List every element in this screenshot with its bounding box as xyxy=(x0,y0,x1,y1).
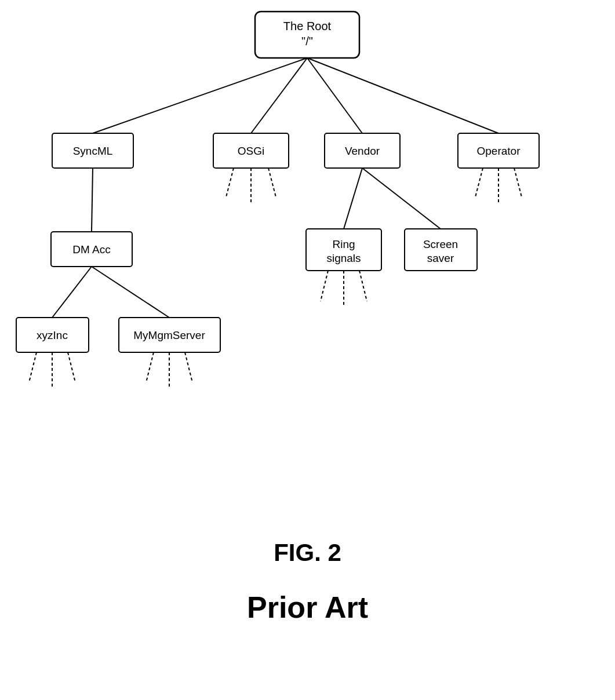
svg-line-30 xyxy=(344,168,362,229)
svg-line-46 xyxy=(359,271,367,301)
svg-line-27 xyxy=(92,168,93,232)
svg-line-24 xyxy=(251,58,307,133)
svg-text:saver: saver xyxy=(427,252,454,264)
svg-line-37 xyxy=(514,168,522,197)
svg-text:The Root: The Root xyxy=(283,20,332,32)
fig-caption: FIG. 2 xyxy=(0,539,615,567)
svg-text:xyzInc: xyzInc xyxy=(37,329,68,341)
svg-text:Operator: Operator xyxy=(477,145,521,157)
svg-text:OSGi: OSGi xyxy=(238,145,264,157)
tree-svg: The Root "/" SyncML OSGi Vendor Operator… xyxy=(0,0,615,522)
svg-line-29 xyxy=(92,267,169,318)
svg-line-44 xyxy=(321,271,328,301)
svg-line-28 xyxy=(52,267,92,318)
svg-line-41 xyxy=(146,352,154,382)
svg-text:Ring: Ring xyxy=(332,238,355,250)
diagram-container: The Root "/" SyncML OSGi Vendor Operator… xyxy=(0,0,615,522)
svg-line-34 xyxy=(268,168,276,197)
svg-text:SyncML: SyncML xyxy=(73,145,113,157)
svg-text:signals: signals xyxy=(326,252,361,264)
svg-line-23 xyxy=(93,58,307,133)
svg-text:Vendor: Vendor xyxy=(345,145,380,157)
svg-line-38 xyxy=(29,352,37,382)
svg-text:"/": "/" xyxy=(301,35,313,48)
svg-text:Screen: Screen xyxy=(423,238,458,250)
svg-line-43 xyxy=(185,352,192,382)
svg-line-40 xyxy=(68,352,75,382)
prior-art-caption: Prior Art xyxy=(0,590,615,625)
svg-line-31 xyxy=(362,168,441,229)
svg-line-32 xyxy=(226,168,234,197)
svg-text:MyMgmServer: MyMgmServer xyxy=(133,329,205,341)
svg-line-26 xyxy=(307,58,498,133)
svg-text:DM Acc: DM Acc xyxy=(72,243,110,256)
svg-line-35 xyxy=(475,168,483,197)
